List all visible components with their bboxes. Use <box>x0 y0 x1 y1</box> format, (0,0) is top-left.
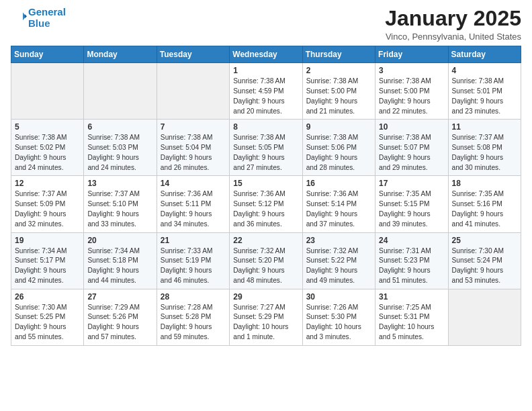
cell-content: Sunrise: 7:36 AM Sunset: 5:14 PM Dayligh… <box>306 189 371 229</box>
cell-content: Sunrise: 7:33 AM Sunset: 5:19 PM Dayligh… <box>161 246 226 286</box>
day-number: 12 <box>15 179 80 188</box>
day-number: 8 <box>233 122 298 132</box>
day-number: 19 <box>15 236 80 245</box>
cell-content: Sunrise: 7:35 AM Sunset: 5:15 PM Dayligh… <box>379 189 444 229</box>
day-number: 27 <box>87 292 152 302</box>
cell-content: Sunrise: 7:37 AM Sunset: 5:10 PM Dayligh… <box>87 189 152 229</box>
weekday-header-monday: Monday <box>84 46 157 63</box>
calendar-cell: 1Sunrise: 7:38 AM Sunset: 4:59 PM Daylig… <box>230 63 302 120</box>
calendar-cell: 7Sunrise: 7:38 AM Sunset: 5:04 PM Daylig… <box>157 120 229 176</box>
cell-content: Sunrise: 7:26 AM Sunset: 5:30 PM Dayligh… <box>306 303 371 342</box>
calendar-cell: 20Sunrise: 7:34 AM Sunset: 5:18 PM Dayli… <box>84 232 157 289</box>
calendar-cell <box>11 63 84 120</box>
calendar-cell: 5Sunrise: 7:38 AM Sunset: 5:02 PM Daylig… <box>11 120 84 176</box>
cell-content: Sunrise: 7:25 AM Sunset: 5:31 PM Dayligh… <box>379 303 444 342</box>
day-number: 20 <box>87 236 152 245</box>
day-number: 24 <box>379 236 444 245</box>
day-number: 9 <box>306 122 371 132</box>
calendar-cell: 11Sunrise: 7:37 AM Sunset: 5:08 PM Dayli… <box>448 120 521 176</box>
day-number: 25 <box>452 236 517 245</box>
calendar-cell: 22Sunrise: 7:32 AM Sunset: 5:20 PM Dayli… <box>230 232 302 289</box>
cell-content: Sunrise: 7:34 AM Sunset: 5:17 PM Dayligh… <box>15 246 80 286</box>
cell-content: Sunrise: 7:30 AM Sunset: 5:25 PM Dayligh… <box>15 303 80 342</box>
day-number: 3 <box>379 66 444 75</box>
cell-content: Sunrise: 7:37 AM Sunset: 5:08 PM Dayligh… <box>452 133 517 173</box>
calendar-cell: 19Sunrise: 7:34 AM Sunset: 5:17 PM Dayli… <box>11 232 84 289</box>
page: General Blue January 2025 Vinco, Pennsyl… <box>0 0 532 357</box>
calendar-cell <box>157 63 229 120</box>
day-number: 22 <box>233 236 298 245</box>
calendar-cell: 18Sunrise: 7:35 AM Sunset: 5:16 PM Dayli… <box>448 176 521 232</box>
day-number: 28 <box>161 292 226 302</box>
cell-content: Sunrise: 7:38 AM Sunset: 5:05 PM Dayligh… <box>233 133 298 173</box>
calendar-cell: 2Sunrise: 7:38 AM Sunset: 5:00 PM Daylig… <box>302 63 375 120</box>
weekday-header-row: SundayMondayTuesdayWednesdayThursdayFrid… <box>11 46 521 63</box>
cell-content: Sunrise: 7:28 AM Sunset: 5:28 PM Dayligh… <box>161 303 226 342</box>
day-number: 2 <box>306 66 371 75</box>
week-row-2: 5Sunrise: 7:38 AM Sunset: 5:02 PM Daylig… <box>11 120 521 176</box>
logo-icon <box>12 9 27 24</box>
weekday-header-friday: Friday <box>375 46 448 63</box>
calendar-cell: 16Sunrise: 7:36 AM Sunset: 5:14 PM Dayli… <box>302 176 375 232</box>
weekday-header-saturday: Saturday <box>448 46 521 63</box>
cell-content: Sunrise: 7:38 AM Sunset: 4:59 PM Dayligh… <box>233 77 298 116</box>
weekday-header-thursday: Thursday <box>302 46 375 63</box>
day-number: 26 <box>15 292 80 302</box>
cell-content: Sunrise: 7:27 AM Sunset: 5:29 PM Dayligh… <box>233 303 298 342</box>
cell-content: Sunrise: 7:38 AM Sunset: 5:06 PM Dayligh… <box>306 133 371 173</box>
day-number: 30 <box>306 292 371 302</box>
location: Vinco, Pennsylvania, United States <box>385 32 521 42</box>
calendar-cell: 15Sunrise: 7:36 AM Sunset: 5:12 PM Dayli… <box>230 176 302 232</box>
calendar-cell: 27Sunrise: 7:29 AM Sunset: 5:26 PM Dayli… <box>84 289 157 345</box>
logo: General Blue <box>11 7 66 29</box>
week-row-1: 1Sunrise: 7:38 AM Sunset: 4:59 PM Daylig… <box>11 63 521 120</box>
cell-content: Sunrise: 7:38 AM Sunset: 5:01 PM Dayligh… <box>452 77 517 116</box>
cell-content: Sunrise: 7:30 AM Sunset: 5:24 PM Dayligh… <box>452 246 517 286</box>
cell-content: Sunrise: 7:38 AM Sunset: 5:04 PM Dayligh… <box>161 133 226 173</box>
calendar-cell: 6Sunrise: 7:38 AM Sunset: 5:03 PM Daylig… <box>84 120 157 176</box>
logo-general: General <box>28 6 66 17</box>
day-number: 4 <box>452 66 517 75</box>
cell-content: Sunrise: 7:34 AM Sunset: 5:18 PM Dayligh… <box>87 246 152 286</box>
day-number: 11 <box>452 122 517 132</box>
cell-content: Sunrise: 7:36 AM Sunset: 5:12 PM Dayligh… <box>233 189 298 229</box>
weekday-header-sunday: Sunday <box>11 46 84 63</box>
calendar-cell <box>448 289 521 345</box>
calendar-cell: 31Sunrise: 7:25 AM Sunset: 5:31 PM Dayli… <box>375 289 448 345</box>
day-number: 15 <box>233 179 298 188</box>
day-number: 13 <box>87 179 152 188</box>
day-number: 5 <box>15 122 80 132</box>
day-number: 17 <box>379 179 444 188</box>
day-number: 21 <box>161 236 226 245</box>
calendar-cell: 28Sunrise: 7:28 AM Sunset: 5:28 PM Dayli… <box>157 289 229 345</box>
calendar-cell: 24Sunrise: 7:31 AM Sunset: 5:23 PM Dayli… <box>375 232 448 289</box>
day-number: 6 <box>87 122 152 132</box>
cell-content: Sunrise: 7:32 AM Sunset: 5:20 PM Dayligh… <box>233 246 298 286</box>
cell-content: Sunrise: 7:38 AM Sunset: 5:07 PM Dayligh… <box>379 133 444 173</box>
calendar-cell: 4Sunrise: 7:38 AM Sunset: 5:01 PM Daylig… <box>448 63 521 120</box>
day-number: 31 <box>379 292 444 302</box>
day-number: 1 <box>233 66 298 75</box>
cell-content: Sunrise: 7:31 AM Sunset: 5:23 PM Dayligh… <box>379 246 444 286</box>
calendar-cell: 29Sunrise: 7:27 AM Sunset: 5:29 PM Dayli… <box>230 289 302 345</box>
calendar-cell: 8Sunrise: 7:38 AM Sunset: 5:05 PM Daylig… <box>230 120 302 176</box>
cell-content: Sunrise: 7:35 AM Sunset: 5:16 PM Dayligh… <box>452 189 517 229</box>
calendar-cell: 14Sunrise: 7:36 AM Sunset: 5:11 PM Dayli… <box>157 176 229 232</box>
calendar-cell: 17Sunrise: 7:35 AM Sunset: 5:15 PM Dayli… <box>375 176 448 232</box>
calendar-cell: 25Sunrise: 7:30 AM Sunset: 5:24 PM Dayli… <box>448 232 521 289</box>
week-row-4: 19Sunrise: 7:34 AM Sunset: 5:17 PM Dayli… <box>11 232 521 289</box>
day-number: 7 <box>161 122 226 132</box>
cell-content: Sunrise: 7:29 AM Sunset: 5:26 PM Dayligh… <box>87 303 152 342</box>
calendar-cell <box>84 63 157 120</box>
week-row-3: 12Sunrise: 7:37 AM Sunset: 5:09 PM Dayli… <box>11 176 521 232</box>
title-block: January 2025 Vinco, Pennsylvania, United… <box>385 7 521 42</box>
week-row-5: 26Sunrise: 7:30 AM Sunset: 5:25 PM Dayli… <box>11 289 521 345</box>
day-number: 23 <box>306 236 371 245</box>
calendar-cell: 30Sunrise: 7:26 AM Sunset: 5:30 PM Dayli… <box>302 289 375 345</box>
day-number: 29 <box>233 292 298 302</box>
logo-blue: Blue <box>28 17 50 29</box>
calendar-cell: 12Sunrise: 7:37 AM Sunset: 5:09 PM Dayli… <box>11 176 84 232</box>
logo-text: General Blue <box>28 7 66 29</box>
calendar: SundayMondayTuesdayWednesdayThursdayFrid… <box>11 46 521 346</box>
day-number: 16 <box>306 179 371 188</box>
